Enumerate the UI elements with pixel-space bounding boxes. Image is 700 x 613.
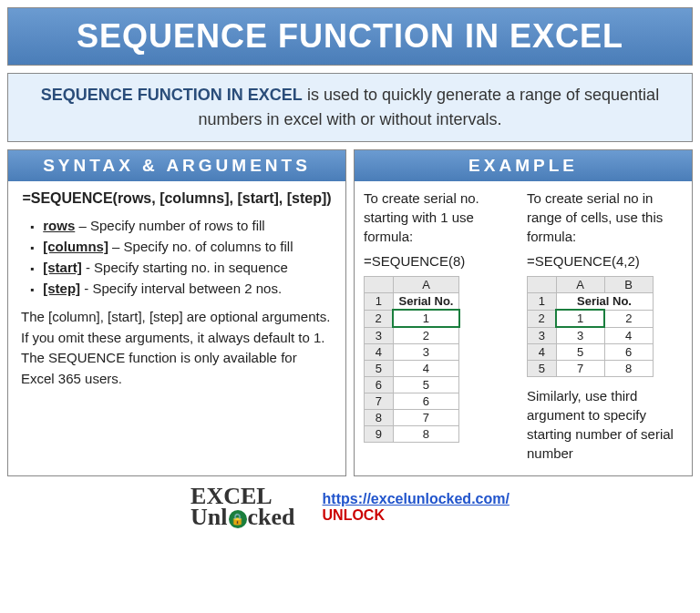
syntax-formula: =SEQUENCE(rows, [columns], [start], [ste…	[21, 190, 333, 207]
example-right-text: To create serial no in range of cells, u…	[527, 189, 683, 246]
example-left-text: To create serial no. starting with 1 use…	[364, 189, 520, 246]
arg-desc: – Specify no. of columns to fill	[108, 239, 293, 254]
col-header: A	[556, 277, 604, 293]
main-title: SEQUENCE FUNCTION IN EXCEL	[7, 7, 693, 66]
list-item: [columns] – Specify no. of columns to fi…	[30, 239, 333, 254]
footer: EXCEL Unl🔒cked https://excelunlocked.com…	[7, 485, 693, 528]
row-header: 1	[365, 293, 394, 311]
example-right-formula: =SEQUENCE(4,2)	[527, 251, 683, 271]
example-left-formula: =SEQUENCE(8)	[364, 251, 520, 271]
cell: 1	[393, 310, 459, 327]
cell: 2	[393, 327, 459, 344]
row-header: 4	[528, 344, 557, 361]
arg-desc: - Specify starting no. in sequence	[82, 260, 288, 275]
cell: 4	[393, 361, 459, 377]
arg-desc: – Specify number of rows to fill	[75, 218, 264, 233]
example-table-2: AB 1Serial No. 212 334 456 578	[527, 276, 654, 377]
arg-name: [step]	[43, 281, 80, 296]
example-right-below: Similarly, use third argument to specify…	[527, 386, 683, 463]
arg-name: rows	[43, 218, 75, 233]
example-right: To create serial no in range of cells, u…	[527, 189, 683, 468]
intro-bold: SEQUENCE FUNCTION IN EXCEL	[41, 86, 303, 104]
cell: 8	[393, 426, 459, 443]
row-header: 1	[528, 293, 557, 311]
intro-box: SEQUENCE FUNCTION IN EXCEL is used to qu…	[7, 73, 693, 142]
col-header: B	[604, 277, 653, 293]
syntax-header: SYNTAX & ARGUMENTS	[8, 150, 345, 181]
cell: 3	[393, 344, 459, 361]
row-header: 3	[528, 327, 557, 344]
logo-line2-pre: Unl	[190, 504, 227, 530]
footer-links: https://excelunlocked.com/ UNLOCK	[323, 491, 510, 524]
syntax-note-2: The SEQUENCE function is only available …	[21, 348, 333, 389]
syntax-panel: SYNTAX & ARGUMENTS =SEQUENCE(rows, [colu…	[7, 149, 346, 476]
list-item: [start] - Specify starting no. in sequen…	[30, 260, 333, 275]
row-header: 9	[365, 426, 394, 443]
cell: 7	[556, 361, 604, 377]
cell: 6	[604, 344, 653, 361]
example-panel: EXAMPLE To create serial no. starting wi…	[354, 149, 693, 476]
cell: 1	[556, 310, 604, 327]
row-header: 3	[365, 327, 394, 344]
serial-header: Serial No.	[393, 293, 459, 311]
footer-url[interactable]: https://excelunlocked.com/	[323, 491, 510, 506]
cell: 2	[604, 310, 653, 327]
cell: 7	[393, 410, 459, 426]
list-item: [step] - Specify interval between 2 nos.	[30, 281, 333, 296]
serial-header: Serial No.	[556, 293, 653, 311]
logo-line2-post: cked	[248, 504, 295, 530]
list-item: rows – Specify number of rows to fill	[30, 218, 333, 233]
arg-name: [start]	[43, 260, 82, 275]
example-header: EXAMPLE	[355, 150, 692, 181]
cell: 5	[556, 344, 604, 361]
logo: EXCEL Unl🔒cked	[190, 485, 294, 528]
argument-list: rows – Specify number of rows to fill [c…	[21, 218, 333, 296]
example-table-1: A 1Serial No. 21 32 43 54 65 76 87 98	[364, 276, 460, 443]
cell: 4	[604, 327, 653, 344]
lock-icon: 🔒	[229, 510, 247, 528]
row-header: 6	[365, 377, 394, 393]
row-header: 5	[365, 361, 394, 377]
cell: 3	[556, 327, 604, 344]
arg-name: [columns]	[43, 239, 108, 254]
row-header: 4	[365, 344, 394, 361]
row-header: 5	[528, 361, 557, 377]
row-header: 2	[365, 310, 394, 327]
cell: 5	[393, 377, 459, 393]
example-left: To create serial no. starting with 1 use…	[364, 189, 520, 468]
arg-desc: - Specify interval between 2 nos.	[80, 281, 282, 296]
cell: 6	[393, 393, 459, 410]
cell: 8	[604, 361, 653, 377]
row-header: 2	[528, 310, 557, 327]
col-header: A	[393, 277, 459, 293]
footer-unlock: UNLOCK	[323, 507, 385, 523]
row-header: 7	[365, 393, 394, 410]
syntax-note-1: The [column], [start], [step] are option…	[21, 307, 333, 348]
row-header: 8	[365, 410, 394, 426]
